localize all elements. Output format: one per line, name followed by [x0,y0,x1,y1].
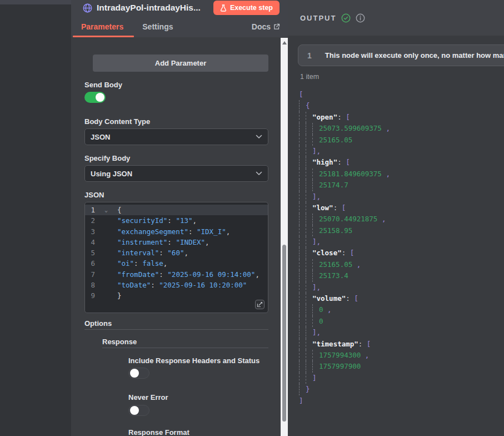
line-number: 9 [85,290,95,301]
execute-once-notice: 1 This node will execute only once, no m… [298,44,504,66]
indent-guide [299,327,306,338]
json-field-label: JSON [84,191,104,199]
line-number: 8 [85,280,95,290]
response-divider [102,348,268,348]
json-line: 1757997900 [299,361,504,372]
notice-line-number: 1 [307,51,312,60]
json-line: "high": [ [299,157,504,168]
editor-line: 6"oi": false, [85,258,268,269]
indent-guide [306,361,312,372]
indent-guide [306,112,312,123]
json-line: } [299,384,504,395]
indent-guide [306,157,312,168]
include-response-headers-toggle[interactable] [128,368,149,379]
settings-scrollbar[interactable] [281,38,288,436]
json-line: ], [299,146,504,157]
tab-parameters[interactable]: Parameters [81,22,123,31]
fold-gutter [95,258,117,269]
indent-guide [299,361,306,372]
json-line: 1757994300 , [299,350,504,361]
indent-guide [306,191,312,202]
indent-guide [299,169,306,180]
specify-body-select[interactable]: Using JSON [84,165,268,182]
info-icon[interactable] [356,13,365,23]
indent-guide [306,247,312,259]
docs-link[interactable]: Docs [252,22,280,31]
json-line: ], [299,327,504,338]
line-number: 7 [85,269,95,280]
json-line: 25158.95 [299,225,504,236]
indent-guide [299,100,306,111]
tab-bar: Parameters Settings Docs [81,18,280,36]
indent-guide [306,146,312,157]
line-number: 1 [85,205,95,215]
json-line: 25181.849609375 , [299,169,504,180]
docs-label: Docs [252,22,271,31]
expand-editor-button[interactable] [255,300,265,309]
tab-settings[interactable]: Settings [142,22,173,31]
indent-guide [299,384,306,395]
body-content-type-select[interactable]: JSON [84,128,268,145]
output-panel: OUTPUT 1 This node will execute only onc… [288,0,504,436]
n8n-node-detail-view: IntradayPol-intradayHis... Execute step … [0,0,504,436]
json-line: ], [299,282,504,293]
fold-gutter [95,269,117,280]
response-format-label: Response Format [128,428,189,436]
send-body-label: Send Body [84,81,122,89]
json-line: 0 [299,316,504,327]
fold-chevron-icon[interactable]: ⌄ [95,205,117,215]
add-parameter-button[interactable]: Add Parameter [93,54,268,72]
flask-icon [220,4,227,12]
indent-guide [299,123,306,134]
chevron-down-icon [256,171,262,176]
scrollbar-up-arrow-icon[interactable] [282,41,287,44]
fold-gutter [95,280,117,290]
line-number: 5 [85,247,95,258]
indent-guide [299,373,306,384]
node-settings-header: IntradayPol-intradayHis... Execute step … [71,0,288,37]
notice-text: This node will execute only once, no mat… [325,51,504,60]
indent-guide [299,202,306,214]
indent-guide [306,316,312,327]
json-line: ] [299,373,504,384]
parameters-form: Add Parameter Send Body Body Content Typ… [71,38,281,436]
chevron-down-icon [256,135,262,139]
json-line: "volume": [ [299,293,504,304]
json-line: 25070.44921875 , [299,214,504,225]
never-error-label: Never Error [128,393,168,402]
output-header: OUTPUT [288,0,504,36]
json-line: 0 , [299,304,504,315]
items-count: 1 item [300,73,319,81]
indent-guide [312,350,319,361]
indent-guide [306,225,312,236]
toggle-knob [130,406,139,415]
node-title-row: IntradayPol-intradayHis... Execute step [71,0,288,16]
indent-guide [306,339,312,350]
execute-step-button[interactable]: Execute step [213,1,280,15]
include-response-headers-label: Include Response Headers and Status [128,356,260,365]
line-number: 4 [85,237,95,247]
globe-icon [82,3,93,13]
indent-guide [299,135,306,146]
json-line: "close": [ [299,247,504,259]
success-check-icon [341,13,351,23]
scrollbar-thumb[interactable] [282,245,286,422]
indent-guide [306,327,312,338]
never-error-toggle[interactable] [128,405,149,416]
send-body-toggle[interactable] [84,92,106,103]
editor-line: 5"interval": "60", [85,247,268,258]
editor-line: 1⌄{ [85,205,268,215]
json-body-editor[interactable]: 1⌄{2"securityId": "13",3"exchangeSegment… [84,202,268,313]
line-number: 3 [85,226,95,237]
line-number: 2 [85,215,95,226]
active-tab-indicator [73,36,134,37]
indent-guide [306,270,312,281]
indent-guide [299,225,306,236]
indent-guide [299,112,306,123]
output-title: OUTPUT [300,14,336,22]
indent-guide [312,225,319,236]
json-line: 25165.05 [299,135,504,146]
response-section-title: Response [102,338,137,346]
indent-guide [299,293,306,304]
output-json-tree: [{"open": [25073.599609375 ,25165.05],"h… [288,89,504,407]
